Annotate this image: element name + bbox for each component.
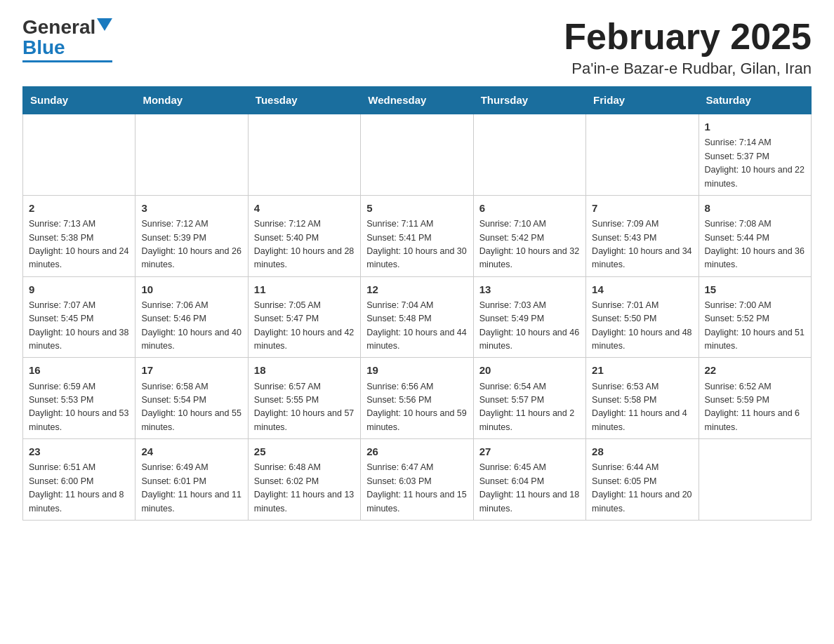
day-info: Daylight: 11 hours and 4 minutes. xyxy=(592,407,692,434)
calendar-cell: 7Sunrise: 7:09 AMSunset: 5:43 PMDaylight… xyxy=(586,195,699,276)
header-row: SundayMondayTuesdayWednesdayThursdayFrid… xyxy=(23,87,812,114)
day-info: Sunset: 6:02 PM xyxy=(254,475,355,488)
day-info: Sunrise: 7:11 AM xyxy=(366,217,467,231)
col-header-saturday: Saturday xyxy=(699,87,811,114)
calendar-week-2: 2Sunrise: 7:13 AMSunset: 5:38 PMDaylight… xyxy=(23,195,812,276)
calendar-cell: 25Sunrise: 6:48 AMSunset: 6:02 PMDayligh… xyxy=(248,439,360,521)
day-info: Sunrise: 6:44 AM xyxy=(592,461,692,474)
day-info: Daylight: 11 hours and 18 minutes. xyxy=(479,488,580,516)
day-info: Sunrise: 7:13 AM xyxy=(29,217,129,231)
calendar-cell: 21Sunrise: 6:53 AMSunset: 5:58 PMDayligh… xyxy=(586,358,699,439)
day-info: Sunset: 5:57 PM xyxy=(479,394,580,407)
page-title: February 2025 xyxy=(564,17,812,57)
day-number: 15 xyxy=(705,281,805,297)
day-number: 9 xyxy=(29,281,129,297)
day-number: 2 xyxy=(29,200,129,216)
day-info: Sunrise: 6:59 AM xyxy=(29,380,129,394)
logo: General Blue xyxy=(22,17,112,62)
day-number: 3 xyxy=(141,200,241,216)
calendar-cell: 19Sunrise: 6:56 AMSunset: 5:56 PMDayligh… xyxy=(361,358,473,439)
day-info: Daylight: 11 hours and 11 minutes. xyxy=(141,488,241,516)
calendar-week-5: 23Sunrise: 6:51 AMSunset: 6:00 PMDayligh… xyxy=(23,439,812,521)
calendar-cell: 10Sunrise: 7:06 AMSunset: 5:46 PMDayligh… xyxy=(135,276,248,358)
day-info: Daylight: 10 hours and 32 minutes. xyxy=(479,245,580,272)
day-info: Sunrise: 6:52 AM xyxy=(705,380,805,394)
day-info: Daylight: 11 hours and 13 minutes. xyxy=(254,488,355,516)
day-info: Sunrise: 6:58 AM xyxy=(141,380,241,394)
day-info: Sunset: 5:48 PM xyxy=(366,312,467,326)
calendar-cell xyxy=(699,439,811,521)
calendar-cell xyxy=(586,114,699,195)
calendar-week-4: 16Sunrise: 6:59 AMSunset: 5:53 PMDayligh… xyxy=(23,358,812,439)
calendar-cell: 26Sunrise: 6:47 AMSunset: 6:03 PMDayligh… xyxy=(361,439,473,521)
day-info: Daylight: 10 hours and 46 minutes. xyxy=(479,326,580,354)
calendar-cell: 28Sunrise: 6:44 AMSunset: 6:05 PMDayligh… xyxy=(586,439,699,521)
calendar-cell: 14Sunrise: 7:01 AMSunset: 5:50 PMDayligh… xyxy=(586,276,699,358)
day-info: Sunset: 5:40 PM xyxy=(254,232,355,245)
calendar-cell: 3Sunrise: 7:12 AMSunset: 5:39 PMDaylight… xyxy=(135,195,248,276)
day-number: 11 xyxy=(254,281,355,297)
day-info: Sunset: 5:54 PM xyxy=(141,394,241,407)
day-number: 17 xyxy=(141,362,241,378)
day-info: Sunset: 6:04 PM xyxy=(479,475,580,488)
day-info: Sunset: 6:01 PM xyxy=(141,475,241,488)
day-info: Sunrise: 7:00 AM xyxy=(705,299,805,312)
day-info: Daylight: 11 hours and 2 minutes. xyxy=(479,407,580,434)
calendar-cell: 15Sunrise: 7:00 AMSunset: 5:52 PMDayligh… xyxy=(699,276,811,358)
day-info: Sunrise: 6:56 AM xyxy=(366,380,467,394)
day-info: Sunrise: 6:54 AM xyxy=(479,380,580,394)
day-info: Sunset: 5:56 PM xyxy=(366,394,467,407)
day-info: Sunrise: 7:12 AM xyxy=(254,217,355,231)
logo-blue: Blue xyxy=(22,37,65,59)
day-number: 20 xyxy=(479,362,580,378)
calendar-cell xyxy=(23,114,135,195)
day-info: Daylight: 10 hours and 57 minutes. xyxy=(254,407,355,434)
day-info: Sunrise: 6:47 AM xyxy=(366,461,467,474)
day-info: Sunrise: 6:48 AM xyxy=(254,461,355,474)
calendar-cell xyxy=(135,114,248,195)
day-info: Daylight: 10 hours and 44 minutes. xyxy=(366,326,467,354)
day-info: Sunrise: 7:04 AM xyxy=(366,299,467,312)
day-info: Sunrise: 6:51 AM xyxy=(29,461,129,474)
day-info: Sunset: 5:49 PM xyxy=(479,312,580,326)
calendar-cell: 16Sunrise: 6:59 AMSunset: 5:53 PMDayligh… xyxy=(23,358,135,439)
day-info: Sunset: 5:55 PM xyxy=(254,394,355,407)
day-info: Sunset: 5:43 PM xyxy=(592,232,692,245)
logo-underline xyxy=(22,60,112,62)
col-header-sunday: Sunday xyxy=(23,87,135,114)
calendar-cell: 8Sunrise: 7:08 AMSunset: 5:44 PMDaylight… xyxy=(699,195,811,276)
col-header-monday: Monday xyxy=(135,87,248,114)
calendar-cell xyxy=(361,114,473,195)
calendar-cell: 23Sunrise: 6:51 AMSunset: 6:00 PMDayligh… xyxy=(23,439,135,521)
day-info: Sunrise: 7:01 AM xyxy=(592,299,692,312)
day-info: Sunrise: 7:14 AM xyxy=(705,136,805,149)
calendar-cell: 12Sunrise: 7:04 AMSunset: 5:48 PMDayligh… xyxy=(361,276,473,358)
calendar-cell: 4Sunrise: 7:12 AMSunset: 5:40 PMDaylight… xyxy=(248,195,360,276)
day-info: Daylight: 10 hours and 30 minutes. xyxy=(366,245,467,272)
day-number: 5 xyxy=(366,200,467,216)
day-info: Sunrise: 6:45 AM xyxy=(479,461,580,474)
day-info: Sunrise: 7:05 AM xyxy=(254,299,355,312)
col-header-friday: Friday xyxy=(586,87,699,114)
day-info: Daylight: 11 hours and 6 minutes. xyxy=(705,407,805,434)
day-info: Sunrise: 7:07 AM xyxy=(29,299,129,312)
day-info: Sunset: 5:37 PM xyxy=(705,150,805,163)
calendar-cell: 27Sunrise: 6:45 AMSunset: 6:04 PMDayligh… xyxy=(473,439,585,521)
calendar-table: SundayMondayTuesdayWednesdayThursdayFrid… xyxy=(22,86,812,521)
day-number: 18 xyxy=(254,362,355,378)
day-info: Daylight: 10 hours and 51 minutes. xyxy=(705,326,805,354)
day-info: Sunset: 5:38 PM xyxy=(29,232,129,245)
day-number: 12 xyxy=(366,281,467,297)
day-info: Sunset: 5:58 PM xyxy=(592,394,692,407)
calendar-cell: 13Sunrise: 7:03 AMSunset: 5:49 PMDayligh… xyxy=(473,276,585,358)
day-info: Daylight: 11 hours and 20 minutes. xyxy=(592,488,692,516)
calendar-cell: 24Sunrise: 6:49 AMSunset: 6:01 PMDayligh… xyxy=(135,439,248,521)
day-info: Daylight: 10 hours and 55 minutes. xyxy=(141,407,241,434)
day-info: Daylight: 10 hours and 34 minutes. xyxy=(592,245,692,272)
day-info: Sunrise: 7:08 AM xyxy=(705,217,805,231)
day-info: Daylight: 10 hours and 48 minutes. xyxy=(592,326,692,354)
day-info: Daylight: 10 hours and 42 minutes. xyxy=(254,326,355,354)
day-info: Daylight: 10 hours and 26 minutes. xyxy=(141,245,241,272)
calendar-cell: 9Sunrise: 7:07 AMSunset: 5:45 PMDaylight… xyxy=(23,276,135,358)
day-number: 25 xyxy=(254,443,355,459)
